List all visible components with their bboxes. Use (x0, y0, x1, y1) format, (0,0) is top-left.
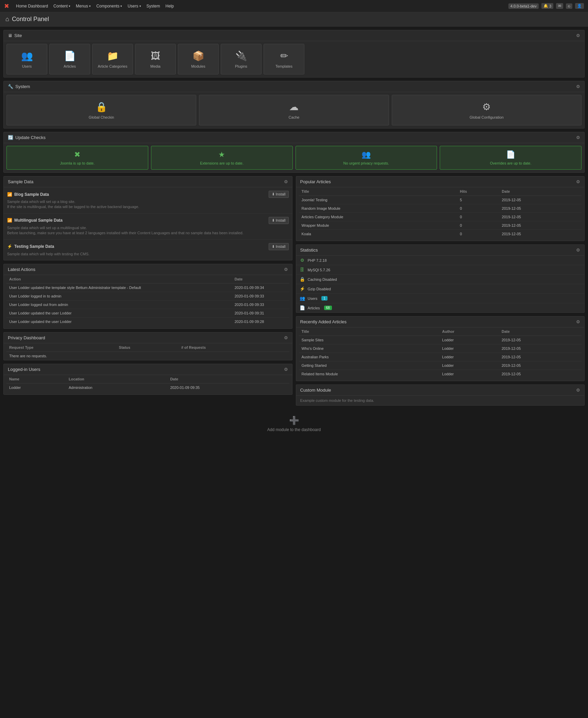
logged-in-users-panel: Logged-in Users ⚙ Name Location Date (3, 364, 292, 395)
statistics-rows: ⚙PHP 7.2.18🗄MySQl 5.7.26🔒Caching Disable… (296, 256, 585, 312)
update-tile[interactable]: 📄Overrides are up to date. (440, 146, 582, 170)
statistics-settings[interactable]: ⚙ (576, 247, 580, 253)
article-title-cell: Joomla! Testing (299, 196, 457, 204)
nav-item-help[interactable]: Help (163, 0, 177, 12)
date-cell: 2020-01-09 09:31 (232, 309, 289, 317)
site-tile-articles[interactable]: 📄Articles (49, 44, 90, 74)
site-tile-modules[interactable]: 📦Modules (178, 44, 219, 74)
site-panel-icon: 🖥 (8, 33, 12, 38)
install-button[interactable]: ⬇ Install (269, 217, 289, 224)
nav-item-users[interactable]: Users▾ (125, 0, 144, 12)
update-tile[interactable]: ✖Joomla is up to date. (6, 146, 148, 170)
update-tile[interactable]: 👥No urgent privacy requests. (296, 146, 437, 170)
system-panel-header: 🔧 System ⚙ (4, 81, 584, 92)
recently-added-table: Title Author Date Sample SitesLodder2019… (299, 327, 582, 378)
tile-icon: ⚙ (482, 101, 491, 113)
system-tile-cache[interactable]: ☁Cache (199, 95, 389, 125)
system-tile-global-checkin[interactable]: 🔒Global Checkin (6, 95, 196, 125)
date-cell: 2019-12-05 (499, 230, 582, 238)
share-icon[interactable]: ⎋ (566, 3, 572, 9)
version-badge[interactable]: 4.0.0-beta1-dev (508, 3, 539, 9)
nav-item-system[interactable]: System (144, 0, 163, 12)
hits-cell: 0 (457, 204, 499, 213)
nav-item-menus[interactable]: Menus▾ (73, 0, 94, 12)
ra-title-cell: Getting Started (299, 361, 440, 370)
popular-articles-panel: Popular Articles ⚙ Title Hits Date (296, 176, 585, 241)
sample-data-settings[interactable]: ⚙ (284, 179, 288, 184)
recently-added-title: Recently Added Articles (300, 319, 347, 324)
add-module-icon: ➕ (10, 416, 578, 425)
nav-item-components[interactable]: Components▾ (94, 0, 125, 12)
site-panel-title: Site (14, 33, 22, 38)
popular-articles-table: Title Hits Date Joomla! Testing52019-12-… (299, 187, 582, 238)
sample-data-panel: Sample Data ⚙ 📶 Blog Sample Data ⬇ Insta… (3, 176, 292, 260)
popular-articles-title: Popular Articles (300, 179, 331, 184)
custom-module-settings[interactable]: ⚙ (576, 388, 580, 393)
hits-cell: 5 (457, 196, 499, 204)
custom-module-title: Custom Module (300, 388, 331, 393)
ra-author-cell: Lodder (439, 344, 499, 353)
user-location-cell: Administration (66, 383, 167, 392)
user-name-cell: Lodder (6, 383, 66, 392)
update-tile[interactable]: ★Extensions are up to date. (151, 146, 293, 170)
ra-date-cell: 2019-12-05 (499, 361, 582, 370)
stat-icon: ⚡ (300, 286, 305, 291)
date-cell: 2019-12-05 (499, 196, 582, 204)
notifications-badge[interactable]: 🔔 3 (541, 3, 553, 9)
statistics-header: Statistics ⚙ (296, 245, 585, 256)
system-panel-settings[interactable]: ⚙ (576, 84, 580, 89)
privacy-settings[interactable]: ⚙ (284, 335, 288, 340)
nav-item-content[interactable]: Content▾ (51, 0, 73, 12)
install-button[interactable]: ⬇ Install (269, 243, 289, 250)
update-label: Overrides are up to date. (490, 161, 532, 165)
ra-author-cell: Lodder (439, 370, 499, 378)
stat-row: 🗄MySQl 5.7.26 (296, 265, 585, 275)
custom-module-desc: Example custom module for the testing da… (296, 396, 585, 405)
custom-module-panel: Custom Module ⚙ Example custom module fo… (296, 384, 585, 406)
table-row: Joomla! Testing52019-12-05 (299, 196, 582, 204)
privacy-title: Privacy Dashboard (8, 335, 45, 340)
site-tile-media[interactable]: 🖼Media (135, 44, 176, 74)
user-menu-icon[interactable]: 👤 (575, 3, 584, 9)
site-tiles: 👥Users📄Articles📁Article Categories🖼Media… (4, 41, 584, 77)
tile-label: Global Configuration (470, 115, 504, 119)
tile-icon: 📦 (192, 50, 204, 62)
table-row: LodderAdministration2020-01-09 09:35 (6, 383, 289, 392)
install-button[interactable]: ⬇ Install (269, 191, 289, 198)
site-tile-article-categories[interactable]: 📁Article Categories (92, 44, 133, 74)
update-checks-panel: 🔄 Update Checks ⚙ ✖Joomla is up to date.… (3, 132, 585, 173)
system-panel-title: System (15, 84, 30, 89)
tile-icon: 👥 (21, 50, 33, 62)
site-panel-settings[interactable]: ⚙ (576, 33, 580, 38)
popular-articles-settings[interactable]: ⚙ (576, 179, 580, 184)
stat-icon: 📄 (300, 305, 305, 310)
stat-row: ⚡Gzip Disabled (296, 284, 585, 294)
site-tile-users[interactable]: 👥Users (6, 44, 47, 74)
date-col-header: Date (232, 275, 289, 284)
site-tile-templates[interactable]: ✏Templates (264, 44, 304, 74)
action-cell: User Lodder updated the user Lodder (6, 317, 232, 326)
latest-actions-settings[interactable]: ⚙ (284, 267, 288, 272)
name-col-header: Name (6, 375, 66, 383)
privacy-dashboard-panel: Privacy Dashboard ⚙ Request Type Status … (3, 332, 292, 360)
joomla-logo[interactable]: ✖ (4, 2, 9, 10)
popular-articles-table-wrapper: Title Hits Date Joomla! Testing52019-12-… (296, 187, 585, 241)
tile-icon: 🔌 (235, 50, 247, 62)
date-cell: 2020-01-09 09:33 (232, 300, 289, 309)
recently-added-settings[interactable]: ⚙ (576, 319, 580, 324)
stat-row: 👥Users1 (296, 294, 585, 303)
date-cell: 2020-01-09 09:33 (232, 292, 289, 300)
update-icon: 👥 (362, 150, 371, 159)
system-tile-global-configuration[interactable]: ⚙Global Configuration (392, 95, 582, 125)
add-module-button[interactable]: ➕ Add module to the dashboard (3, 409, 585, 439)
email-icon[interactable]: ✉ (556, 3, 563, 9)
logged-in-settings[interactable]: ⚙ (284, 367, 288, 372)
nav-item-home-dashboard[interactable]: Home Dashboard (13, 0, 51, 12)
statistics-title: Statistics (300, 247, 318, 253)
site-tile-plugins[interactable]: 🔌Plugins (221, 44, 262, 74)
update-checks-settings[interactable]: ⚙ (576, 135, 580, 140)
stat-icon: 🗄 (300, 267, 305, 272)
tile-icon: 🖼 (151, 50, 160, 62)
article-title-cell: Wrapper Module (299, 221, 457, 230)
date-cell: 2020-01-09 09:28 (232, 317, 289, 326)
